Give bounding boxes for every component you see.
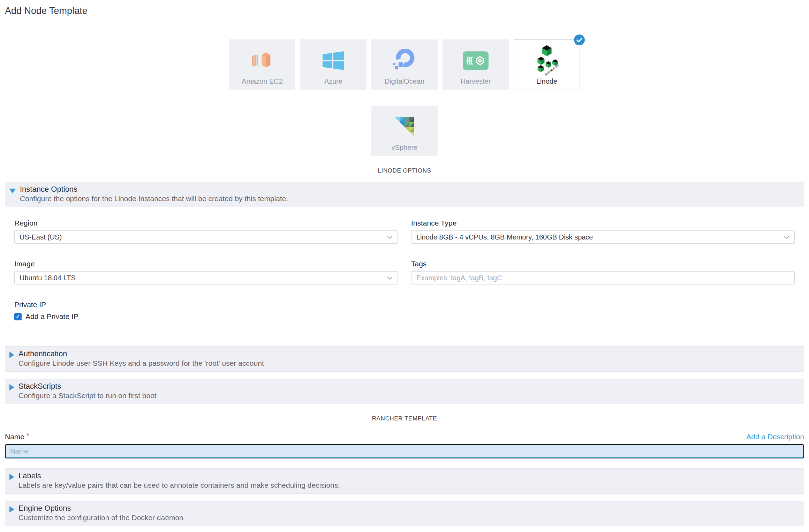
provider-label: DigitalOcean <box>385 77 425 85</box>
section-labels-header[interactable]: Labels Labels are key/value pairs that c… <box>5 468 804 494</box>
checkbox-checked-icon[interactable]: ✓ <box>14 313 22 320</box>
expand-arrow-icon[interactable] <box>9 474 14 480</box>
add-description-link[interactable]: Add a Description <box>746 433 804 441</box>
section-labels: Labels Labels are key/value pairs that c… <box>5 468 804 494</box>
add-node-template-page: Add Node Template Amazon EC2 <box>0 0 809 532</box>
section-title: StackScripts <box>18 381 157 391</box>
provider-label: vSphere <box>392 144 418 152</box>
linode-options-divider: LINODE OPTIONS <box>5 167 804 174</box>
image-select[interactable]: Ubuntu 18.04 LTS <box>14 271 398 284</box>
page-title: Add Node Template <box>5 0 804 16</box>
private-ip-label: Private IP <box>14 301 795 309</box>
region-field: Region US-East (US) <box>14 219 398 244</box>
harvester-icon <box>463 46 489 75</box>
image-field: Image Ubuntu 18.04 LTS <box>14 260 398 284</box>
instance-options-body: Region US-East (US) Instance Type Linode… <box>5 207 804 339</box>
provider-card-vsphere[interactable]: vSphere <box>371 106 438 156</box>
expand-arrow-icon[interactable] <box>9 506 14 512</box>
provider-label: Linode <box>536 77 557 85</box>
instance-type-selected-value: Linode 8GB - 4 vCPUs, 8GB Memory, 160GB … <box>416 233 593 241</box>
section-title: Authentication <box>18 349 264 359</box>
linode-icon: linode.com <box>531 46 563 75</box>
image-selected-value: Ubuntu 18.04 LTS <box>20 274 76 282</box>
private-ip-checkbox-row[interactable]: ✓ Add a Private IP <box>14 312 795 321</box>
collapse-arrow-icon[interactable] <box>9 189 16 193</box>
section-description: Configure a StackScript to run on first … <box>18 391 157 400</box>
section-title: Labels <box>18 471 340 481</box>
section-description: Configure the options for the Linode Ins… <box>20 194 288 203</box>
instance-type-select[interactable]: Linode 8GB - 4 vCPUs, 8GB Memory, 160GB … <box>411 230 795 244</box>
private-ip-checkbox-label: Add a Private IP <box>25 312 78 321</box>
provider-cards-row-2: vSphere <box>5 106 804 156</box>
section-description: Customize the configuration of the Docke… <box>18 513 183 522</box>
section-description: Configure Linode user SSH Keys and a pas… <box>18 359 264 368</box>
region-label: Region <box>14 219 398 227</box>
private-ip-field: Private IP ✓ Add a Private IP <box>14 301 795 321</box>
required-asterisk: * <box>27 432 29 439</box>
provider-label: Azure <box>324 77 342 85</box>
amazon-ec2-icon <box>250 46 275 75</box>
provider-card-digitalocean[interactable]: DigitalOcean <box>371 39 438 90</box>
section-instance-options: Instance Options Configure the options f… <box>5 182 804 339</box>
provider-cards-row-1: Amazon EC2 Azure <box>5 39 804 90</box>
section-engine-options-header[interactable]: Engine Options Customize the configurati… <box>5 501 804 526</box>
instance-type-label: Instance Type <box>411 219 795 227</box>
vsphere-icon <box>393 112 416 142</box>
name-field: Name* Add a Description <box>5 432 804 458</box>
chevron-down-icon <box>784 236 789 239</box>
tags-field: Tags <box>411 260 795 284</box>
provider-label: Harvester <box>461 77 491 85</box>
tags-label: Tags <box>411 260 795 268</box>
name-input[interactable] <box>5 444 804 458</box>
section-instance-options-header[interactable]: Instance Options Configure the options f… <box>5 182 804 207</box>
section-title: Instance Options <box>20 184 288 194</box>
region-select[interactable]: US-East (US) <box>14 230 398 244</box>
section-stackscripts: StackScripts Configure a StackScript to … <box>5 379 804 404</box>
expand-arrow-icon[interactable] <box>9 384 14 390</box>
section-authentication-header[interactable]: Authentication Configure Linode user SSH… <box>5 346 804 372</box>
chevron-down-icon <box>387 236 393 239</box>
chevron-down-icon <box>387 276 393 280</box>
instance-type-field: Instance Type Linode 8GB - 4 vCPUs, 8GB … <box>411 219 795 244</box>
provider-label: Amazon EC2 <box>242 77 283 85</box>
azure-icon <box>322 46 345 75</box>
image-label: Image <box>14 260 398 268</box>
digitalocean-icon <box>393 46 416 75</box>
tags-input[interactable] <box>411 271 795 284</box>
expand-arrow-icon[interactable] <box>9 352 14 358</box>
provider-card-linode[interactable]: linode.com Linode <box>514 39 580 90</box>
region-selected-value: US-East (US) <box>20 233 62 241</box>
rancher-template-divider: RANCHER TEMPLATE <box>5 415 804 422</box>
provider-card-azure[interactable]: Azure <box>300 39 366 90</box>
section-authentication: Authentication Configure Linode user SSH… <box>5 346 804 372</box>
section-stackscripts-header[interactable]: StackScripts Configure a StackScript to … <box>5 379 804 404</box>
section-title: Engine Options <box>18 503 183 513</box>
section-description: Labels are key/value pairs that can be u… <box>18 481 340 490</box>
name-label: Name* <box>5 432 29 441</box>
selected-check-icon <box>574 35 585 45</box>
provider-card-harvester[interactable]: Harvester <box>443 39 509 90</box>
section-engine-options: Engine Options Customize the configurati… <box>5 501 804 526</box>
provider-card-amazon-ec2[interactable]: Amazon EC2 <box>229 39 295 90</box>
